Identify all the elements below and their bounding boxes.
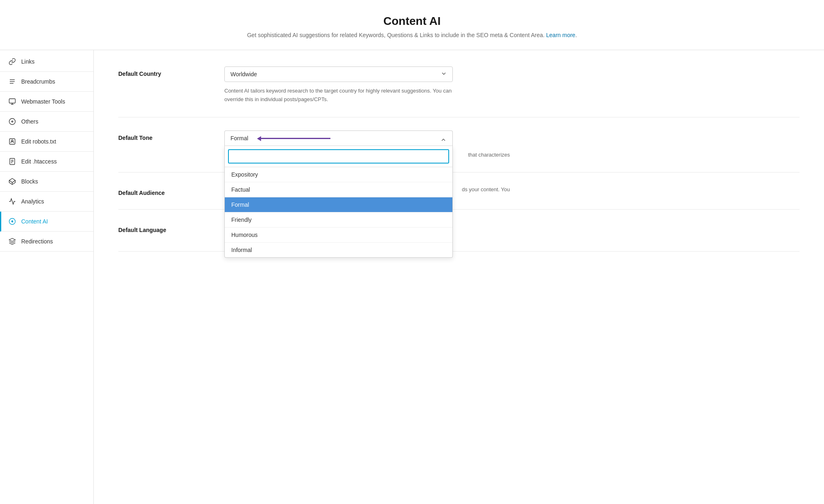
sidebar-item-redirections[interactable]: Redirections xyxy=(0,232,93,252)
default-tone-label: Default Tone xyxy=(118,130,208,141)
default-country-select[interactable]: Worldwide xyxy=(224,66,453,82)
tone-option-factual[interactable]: Factual xyxy=(225,182,452,197)
sidebar-item-edit-robots[interactable]: Edit robots.txt xyxy=(0,132,93,152)
sidebar-item-content-ai-label: Content AI xyxy=(21,218,48,225)
sidebar-item-links-label: Links xyxy=(21,58,35,65)
sidebar-item-analytics-label: Analytics xyxy=(21,198,44,205)
blocks-icon xyxy=(8,177,16,186)
robots-icon xyxy=(8,137,16,146)
sidebar-item-redirections-label: Redirections xyxy=(21,238,53,245)
sidebar-item-webmaster-tools[interactable]: Webmaster Tools xyxy=(0,92,93,112)
sidebar-item-edit-htaccess-label: Edit .htaccess xyxy=(21,158,57,165)
content-ai-icon xyxy=(8,217,16,225)
learn-more-link[interactable]: Learn more xyxy=(546,32,576,38)
default-country-label: Default Country xyxy=(118,66,208,77)
tone-option-informal[interactable]: Informal xyxy=(225,243,452,257)
breadcrumbs-icon xyxy=(8,77,16,86)
default-tone-control: Formal Exposi xyxy=(224,130,510,159)
sidebar-item-breadcrumbs-label: Breadcrumbs xyxy=(21,78,55,85)
svg-point-16 xyxy=(11,221,13,223)
default-language-label: Default Language xyxy=(118,223,208,233)
sidebar-item-webmaster-tools-label: Webmaster Tools xyxy=(21,98,65,105)
sidebar-item-blocks-label: Blocks xyxy=(21,178,38,185)
sidebar-item-links[interactable]: Links xyxy=(0,52,93,72)
page-wrapper: Content AI Get sophisticated AI suggesti… xyxy=(0,0,824,504)
svg-marker-17 xyxy=(9,239,16,242)
sidebar-item-others-label: Others xyxy=(21,118,38,125)
links-icon xyxy=(8,57,16,66)
default-country-description: Content AI tailors keyword research to t… xyxy=(224,87,453,104)
page-header: Content AI Get sophisticated AI suggesti… xyxy=(0,0,824,50)
sidebar-item-breadcrumbs[interactable]: Breadcrumbs xyxy=(0,72,93,92)
sidebar-item-blocks[interactable]: Blocks xyxy=(0,172,93,192)
sidebar-item-edit-htaccess[interactable]: Edit .htaccess xyxy=(0,152,93,172)
tone-option-formal[interactable]: Formal xyxy=(225,197,452,212)
page-title: Content AI xyxy=(8,15,816,28)
others-icon xyxy=(8,117,16,126)
htaccess-icon xyxy=(8,157,16,166)
tone-search-input[interactable] xyxy=(228,149,449,164)
default-audience-label: Default Audience xyxy=(118,186,208,196)
sidebar-item-edit-robots-label: Edit robots.txt xyxy=(21,138,56,145)
tone-dropdown-menu: Expository Factual Formal Friendly xyxy=(224,146,453,258)
default-country-control: Worldwide Content AI tailors keyword res… xyxy=(224,66,510,104)
default-tone-dropdown-wrapper: Formal Exposi xyxy=(224,130,453,146)
default-language-row: Default Language US English xyxy=(118,210,800,252)
tone-chevron-up-icon xyxy=(440,137,447,144)
default-country-select-wrapper: Worldwide xyxy=(224,66,453,82)
tone-option-humorous[interactable]: Humorous xyxy=(225,228,452,243)
content-area: Links Breadcrumbs xyxy=(0,50,824,504)
sidebar: Links Breadcrumbs xyxy=(0,50,94,504)
tone-search-container xyxy=(225,146,452,167)
webmaster-tools-icon xyxy=(8,97,16,106)
tone-option-expository[interactable]: Expository xyxy=(225,167,452,182)
analytics-icon xyxy=(8,197,16,206)
svg-rect-3 xyxy=(9,99,16,103)
sidebar-item-content-ai[interactable]: Content AI xyxy=(0,212,93,232)
default-audience-row: Default Audience ds your content. You xyxy=(118,172,800,210)
page-description: Get sophisticated AI suggestions for rel… xyxy=(8,32,816,38)
default-tone-select[interactable]: Formal xyxy=(224,130,453,146)
redirections-icon xyxy=(8,237,16,245)
tone-option-friendly[interactable]: Friendly xyxy=(225,212,452,228)
default-tone-row: Default Tone Formal xyxy=(118,117,800,173)
main-content: Default Country Worldwide Content AI tai… xyxy=(94,50,824,504)
sidebar-item-analytics[interactable]: Analytics xyxy=(0,192,93,212)
default-country-row: Default Country Worldwide Content AI tai… xyxy=(118,66,800,117)
sidebar-item-others[interactable]: Others xyxy=(0,112,93,132)
